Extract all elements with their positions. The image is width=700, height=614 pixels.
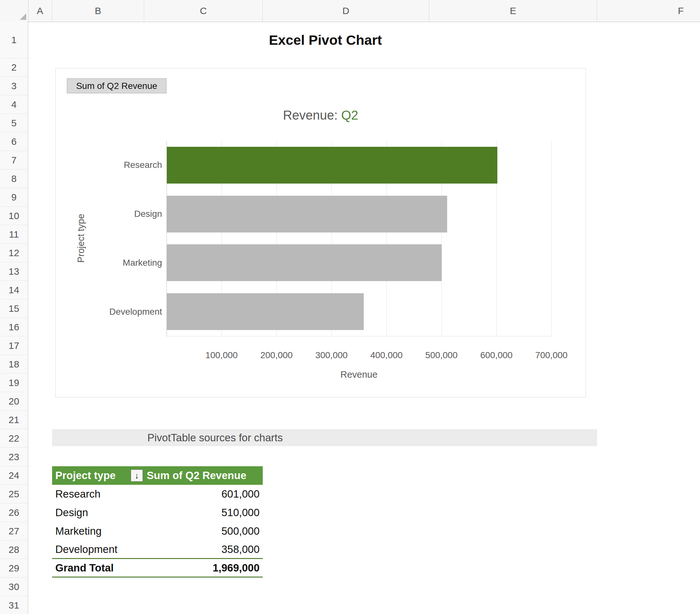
row-header-23[interactable]: 23	[0, 448, 28, 466]
plot-area	[166, 141, 551, 336]
row-header-20[interactable]: 20	[0, 392, 28, 410]
sheet-title: Excel Pivot Chart	[165, 27, 485, 53]
row-header-11[interactable]: 11	[0, 225, 28, 244]
row-header-18[interactable]: 18	[0, 355, 28, 373]
row-header-8[interactable]: 8	[0, 170, 28, 188]
x-tick-label: 500,000	[414, 350, 469, 361]
gridline	[551, 141, 552, 336]
row-header-25[interactable]: 25	[0, 485, 28, 503]
row-header-7[interactable]: 7	[0, 151, 28, 170]
pivot-chart[interactable]: Sum of Q2 Revenue Revenue: Q2 Project ty…	[55, 68, 586, 397]
row-header-17[interactable]: 17	[0, 336, 28, 355]
row-header-9[interactable]: 9	[0, 188, 28, 207]
pivot-row-label[interactable]: Marketing	[52, 522, 144, 540]
pivot-field-button[interactable]: Sum of Q2 Revenue	[67, 78, 166, 94]
select-all-corner[interactable]	[0, 0, 28, 22]
pivot-grand-total-row: Grand Total1,969,000	[52, 559, 263, 578]
pivot-row-marketing: Marketing500,000	[52, 522, 263, 540]
y-axis-title: Project type	[74, 174, 87, 302]
row-header-15[interactable]: 15	[0, 299, 28, 318]
x-axis-title: Revenue	[166, 368, 551, 381]
row-header-3[interactable]: 3	[0, 77, 28, 95]
row-header-14[interactable]: 14	[0, 281, 28, 299]
bar-development[interactable]	[167, 293, 364, 330]
x-tick-label: 200,000	[249, 350, 304, 361]
chart-title-prefix: Revenue:	[283, 108, 341, 122]
pivot-sources-banner: PivotTable sources for charts	[52, 429, 597, 446]
pivot-row-design: Design510,000	[52, 503, 263, 522]
row-header-16[interactable]: 16	[0, 318, 28, 336]
grand-total-value[interactable]: 1,969,000	[144, 559, 263, 577]
row-header-30[interactable]: 30	[0, 578, 28, 596]
row-header-1[interactable]: 1	[0, 22, 28, 58]
pivot-row-value[interactable]: 358,000	[144, 540, 263, 558]
pivot-row-label[interactable]: Development	[52, 540, 144, 558]
row-header-12[interactable]: 12	[0, 244, 28, 262]
pivot-row-value[interactable]: 510,000	[144, 503, 263, 522]
column-header-D[interactable]: D	[263, 0, 429, 22]
pivot-row-development: Development358,000	[52, 540, 263, 559]
x-tick-label: 300,000	[304, 350, 359, 361]
row-header-22[interactable]: 22	[0, 429, 28, 448]
pivot-sources-banner-label: PivotTable sources for charts	[147, 432, 283, 444]
row-header-29[interactable]: 29	[0, 559, 28, 578]
category-label-design: Design	[55, 208, 162, 220]
row-header-10[interactable]: 10	[0, 207, 28, 225]
row-header-6[interactable]: 6	[0, 132, 28, 151]
pivot-table: Project type↓Sum of Q2 RevenueResearch60…	[52, 466, 263, 578]
pivot-header-sum-q2-revenue[interactable]: Sum of Q2 Revenue	[144, 466, 263, 485]
column-header-A[interactable]: A	[28, 0, 52, 22]
column-header-F[interactable]: F	[597, 0, 700, 22]
chart-title-highlight: Q2	[341, 108, 358, 122]
row-header-4[interactable]: 4	[0, 95, 28, 114]
row-header-27[interactable]: 27	[0, 522, 28, 540]
pivot-header-row: Project type↓Sum of Q2 Revenue	[52, 466, 263, 485]
pivot-row-label[interactable]: Research	[52, 485, 144, 503]
x-tick-label: 400,000	[359, 350, 414, 361]
chart-title: Revenue: Q2	[55, 106, 586, 124]
category-label-marketing: Marketing	[55, 257, 162, 269]
pivot-row-label[interactable]: Design	[52, 503, 144, 522]
column-header-E[interactable]: E	[429, 0, 597, 22]
row-headers: 1234567891011121314151617181920212223242…	[0, 22, 28, 614]
column-headers: ABCDEF	[0, 0, 700, 22]
row-header-31[interactable]: 31	[0, 596, 28, 614]
x-tick-label: 100,000	[194, 350, 249, 361]
grand-total-label[interactable]: Grand Total	[52, 559, 144, 577]
row-header-19[interactable]: 19	[0, 373, 28, 392]
row-header-13[interactable]: 13	[0, 262, 28, 281]
bar-research[interactable]	[167, 147, 497, 184]
pivot-row-value[interactable]: 601,000	[144, 485, 263, 503]
spreadsheet-window: ABCDEF 123456789101112131415161718192021…	[0, 0, 700, 614]
category-label-research: Research	[55, 159, 162, 171]
x-tick-label: 700,000	[524, 350, 579, 361]
row-header-21[interactable]: 21	[0, 410, 28, 429]
pivot-header-project-type[interactable]: Project type	[52, 466, 144, 485]
row-header-26[interactable]: 26	[0, 503, 28, 522]
column-header-B[interactable]: B	[52, 0, 144, 22]
x-tick-label: 600,000	[469, 350, 524, 361]
row-header-28[interactable]: 28	[0, 540, 28, 559]
bar-marketing[interactable]	[167, 244, 442, 281]
row-header-2[interactable]: 2	[0, 58, 28, 77]
column-header-C[interactable]: C	[144, 0, 263, 22]
row-header-5[interactable]: 5	[0, 114, 28, 132]
row-header-24[interactable]: 24	[0, 466, 28, 485]
pivot-row-research: Research601,000	[52, 485, 263, 503]
category-label-development: Development	[55, 305, 162, 318]
sort-descending-icon[interactable]: ↓	[131, 469, 143, 482]
bar-design[interactable]	[167, 196, 447, 233]
pivot-row-value[interactable]: 500,000	[144, 522, 263, 540]
select-all-icon	[20, 13, 26, 20]
